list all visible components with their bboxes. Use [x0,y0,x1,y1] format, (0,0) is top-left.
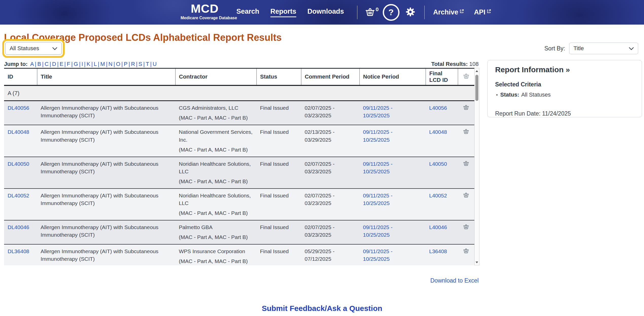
final-lcd-id-link[interactable]: L40046 [429,224,447,230]
proposed-lcd-id-link[interactable]: DL40056 [8,105,29,111]
final-lcd-id-link[interactable]: L40056 [429,105,447,111]
settings-button[interactable] [405,7,416,18]
basket-button[interactable]: 0 [365,7,378,18]
jump-letter-S[interactable]: S [137,61,143,67]
jump-letter-C[interactable]: C [44,61,50,67]
table-scrollbar[interactable] [474,68,479,265]
scrollbar-thumb[interactable] [475,75,478,101]
cell-notice-period: 09/11/2025 -10/25/2025 [359,189,426,220]
nav-search[interactable]: Search [236,8,259,17]
proposed-lcd-id-link[interactable]: DL40048 [8,129,29,135]
external-link-icon [487,7,491,15]
notice-period-link[interactable]: 09/11/2025 -10/25/2025 [363,193,392,206]
status-filter-select[interactable]: All Statuses [5,42,62,55]
notice-period-link[interactable]: 09/11/2025 -10/25/2025 [363,161,392,174]
table-header-row: IDTitleContractorStatusComment PeriodNot… [4,68,474,86]
table-row: DL40046Allergen Immunotherapy (AIT) with… [4,220,474,244]
jump-letter-U[interactable]: U [152,61,158,67]
nav-reports[interactable]: Reports [270,8,296,17]
submit-feedback-link[interactable]: Submit Feedback/Ask a Question [262,304,382,312]
scroll-up-button[interactable] [475,68,479,74]
cell-comment-period: 02/07/2025 -03/23/2025 [301,220,359,244]
jump-letter-A[interactable]: A [29,61,35,67]
final-lcd-id-link[interactable]: L40050 [429,161,447,167]
cell-contractor: Palmetto GBA(MAC - Part A, MAC - Part B) [175,220,256,244]
jump-letter-E[interactable]: E [59,61,64,67]
add-to-basket-button[interactable] [463,192,469,200]
mcd-logo[interactable]: MCD Medicare Coverage Database [181,2,229,20]
help-button[interactable]: ? [383,4,399,21]
final-lcd-id-link[interactable]: L40048 [429,129,447,135]
cell-title: Allergen Immunotherapy (AIT) with Subcut… [37,157,175,189]
add-to-basket-button[interactable] [463,104,469,113]
notice-period-link[interactable]: 09/11/2025 -10/25/2025 [363,105,392,118]
jump-letter-B[interactable]: B [36,61,42,67]
cell-final-lcd-id: L40056 [426,101,458,125]
jump-letter-K[interactable]: K [85,61,91,67]
cell-id: DL40048 [4,125,37,157]
column-header-comment-period: Comment Period [301,68,359,86]
contractor-name: WPS Insurance Corporation [179,248,253,255]
column-header-final-lcd-id: Final LCD ID [426,68,458,86]
add-to-basket-button[interactable] [463,160,469,169]
contractor-type: (MAC - Part A, MAC - Part B) [179,233,253,241]
api-link-label: API [474,8,485,16]
jump-letter-N[interactable]: N [108,61,114,67]
add-to-basket-button[interactable] [463,248,469,256]
api-link[interactable]: API [474,8,491,16]
column-header-basket [458,68,474,86]
proposed-lcd-id-link[interactable]: DL36408 [8,248,29,254]
jump-separator: | [91,61,93,67]
jump-letter-I[interactable]: I [80,61,84,67]
cell-final-lcd-id: L40052 [426,189,458,220]
contractor-type: (MAC - Part A, MAC - Part B) [179,146,253,154]
notice-period-link[interactable]: 09/11/2025 -10/25/2025 [363,224,392,238]
notice-period-link[interactable]: 09/11/2025 -10/25/2025 [363,248,392,262]
main-nav: SearchReportsDownloads [236,0,344,25]
cell-basket [458,125,474,157]
scroll-down-button[interactable] [475,259,479,265]
contractor-type: (MAC - Part A, MAC - Part B) [179,114,253,122]
report-information-heading[interactable]: Report Information » [495,65,634,74]
jump-separator: | [42,61,44,67]
page-title: Local Coverage Proposed LCDs Alphabetica… [4,32,282,43]
jump-letter-P[interactable]: P [123,61,129,67]
notice-period-link[interactable]: 09/11/2025 -10/25/2025 [363,129,392,142]
column-header-contractor: Contractor [175,68,256,86]
proposed-lcd-id-link[interactable]: DL40050 [8,161,29,167]
jump-letter-L[interactable]: L [93,61,98,67]
feedback-bar: Submit Feedback/Ask a Question [0,304,644,313]
jump-to-label: Jump to: [4,61,28,67]
question-mark-icon: ? [388,7,394,17]
contractor-name: CGS Administrators, LLC [179,104,253,112]
chevron-down-icon [629,45,634,52]
jump-letter-R[interactable]: R [130,61,136,67]
add-to-basket-button[interactable] [463,224,469,232]
final-lcd-id-link[interactable]: L36408 [429,248,447,254]
jump-letter-T[interactable]: T [145,61,150,67]
jump-letter-G[interactable]: G [73,61,79,67]
add-to-basket-button[interactable] [463,128,469,137]
sort-by-select[interactable]: Title [569,43,638,54]
cell-status: Final Issued [256,244,301,265]
report-run-date: Report Run Date: 11/24/2025 [495,110,634,117]
cell-title: Allergen Immunotherapy (AIT) with Subcut… [37,244,175,265]
jump-letter-O[interactable]: O [115,61,121,67]
cell-contractor: National Government Services, Inc.(MAC -… [175,125,256,157]
nav-downloads[interactable]: Downloads [307,8,344,17]
jump-letter-D[interactable]: D [51,61,57,67]
archive-link-label: Archive [433,8,458,16]
contractor-name: Palmetto GBA [179,224,253,231]
proposed-lcd-id-link[interactable]: DL40052 [8,193,29,198]
criteria-label: Status: [500,91,519,98]
jump-letter-F[interactable]: F [66,61,71,67]
chevron-down-icon [52,45,57,52]
proposed-lcd-id-link[interactable]: DL40046 [8,224,29,230]
final-lcd-id-link[interactable]: L40052 [429,193,447,198]
download-to-excel-link[interactable]: Download to Excel [430,277,479,284]
triangle-up-icon [476,70,478,72]
cell-title: Allergen Immunotherapy (AIT) with Subcut… [37,220,175,244]
cell-comment-period: 02/07/2025 -03/23/2025 [301,101,359,125]
jump-letter-M[interactable]: M [99,61,106,67]
archive-link[interactable]: Archive [433,8,464,16]
